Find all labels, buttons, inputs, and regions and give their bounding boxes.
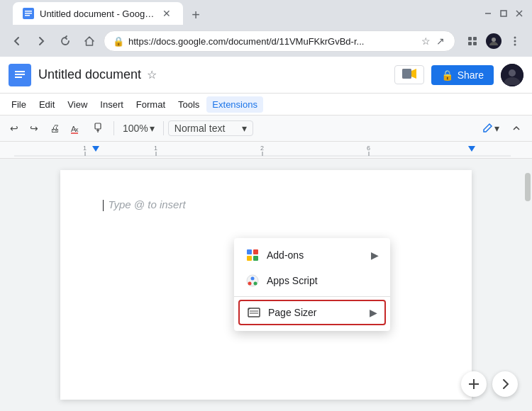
- apps-script-icon: [245, 274, 260, 288]
- svg-rect-42: [253, 256, 258, 261]
- dropdown-divider: [234, 296, 390, 297]
- format-paint-button[interactable]: [89, 120, 109, 137]
- menu-item-view[interactable]: View: [62, 96, 93, 113]
- svg-rect-39: [247, 249, 252, 254]
- toolbar-divider-1: [113, 121, 114, 135]
- browser-menu-icon[interactable]: [505, 31, 525, 51]
- svg-text:x: x: [75, 126, 79, 133]
- addons-label: Add-ons: [267, 249, 364, 261]
- menu-item-file[interactable]: File: [6, 96, 32, 113]
- addons-icon: [245, 248, 260, 262]
- reload-button[interactable]: [55, 31, 75, 51]
- window-controls: [482, 8, 525, 19]
- collapse-sidebar-button[interactable]: [492, 371, 518, 397]
- svg-point-14: [514, 40, 516, 43]
- home-button[interactable]: [79, 31, 99, 51]
- active-tab[interactable]: Untitled document - Google Doc... ✕: [13, 2, 183, 25]
- tab-close-button[interactable]: ✕: [160, 7, 173, 20]
- svg-rect-17: [15, 71, 25, 72]
- print-button[interactable]: 🖨: [45, 120, 64, 137]
- profile-icon[interactable]: [484, 31, 504, 51]
- content-area: Type @ to insert Add-ons ▶: [0, 159, 532, 411]
- back-button[interactable]: [7, 31, 27, 51]
- menu-item-format[interactable]: Format: [131, 96, 171, 113]
- collapse-button[interactable]: [506, 120, 526, 137]
- svg-point-45: [248, 282, 252, 286]
- toolbar-right: ▾: [477, 120, 526, 137]
- format-paint-icon: [94, 123, 105, 134]
- svg-rect-9: [473, 37, 477, 40]
- star-icon[interactable]: ☆: [147, 68, 157, 81]
- svg-rect-47: [248, 308, 260, 317]
- redo-button[interactable]: ↪: [26, 120, 43, 137]
- doc-placeholder: Type @ to insert: [108, 198, 185, 210]
- add-section-button[interactable]: [461, 371, 487, 397]
- svg-rect-8: [468, 37, 472, 40]
- ruler-triangle-left[interactable]: [92, 146, 99, 152]
- browser-toolbar-icons: [462, 31, 525, 51]
- bookmark-icon[interactable]: ☆: [420, 34, 432, 48]
- svg-rect-22: [402, 69, 411, 79]
- ruler-svg: 1 1 2 6: [14, 143, 511, 157]
- undo-button[interactable]: ↩: [6, 120, 23, 137]
- svg-text:1: 1: [83, 145, 87, 152]
- zoom-arrow: ▾: [150, 123, 155, 134]
- svg-text:6: 6: [367, 145, 370, 152]
- pencil-icon: [482, 123, 493, 134]
- edit-mode-button[interactable]: ▾: [477, 120, 504, 137]
- svg-rect-1: [25, 11, 32, 12]
- menu-item-edit[interactable]: Edit: [33, 96, 60, 113]
- svg-rect-3: [25, 15, 30, 16]
- url-text: https://docs.google.com/document/d/11VMu…: [128, 36, 416, 47]
- lock-icon: 🔒: [113, 36, 124, 47]
- style-selector[interactable]: Normal text ▾: [168, 120, 253, 136]
- svg-rect-40: [253, 249, 258, 254]
- zoom-selector[interactable]: 100% ▾: [118, 120, 159, 137]
- scroll-thumb[interactable]: [525, 173, 531, 201]
- share-button[interactable]: 🔒 Share: [431, 65, 494, 85]
- cursor: [103, 200, 104, 211]
- page-sizer-arrow: ▶: [370, 307, 377, 318]
- edit-arrow: ▾: [494, 123, 499, 134]
- restore-button[interactable]: [498, 8, 509, 19]
- bottom-action-bar: [461, 371, 518, 397]
- meet-button[interactable]: [394, 65, 424, 84]
- forward-button[interactable]: [31, 31, 51, 51]
- zoom-value: 100%: [123, 123, 148, 134]
- toolbar-divider-2: [163, 121, 164, 135]
- menu-item-extensions[interactable]: Extensions: [206, 96, 263, 113]
- docs-title[interactable]: Untitled document: [38, 67, 141, 82]
- svg-rect-19: [15, 77, 22, 78]
- chevron-up-icon: [511, 123, 522, 134]
- redo-icon: ↪: [30, 123, 38, 134]
- svg-point-13: [514, 37, 516, 39]
- page-sizer-menu-item[interactable]: Page Sizer ▶: [238, 300, 386, 325]
- new-tab-button[interactable]: +: [186, 5, 206, 25]
- close-button[interactable]: [514, 8, 525, 19]
- svg-point-15: [514, 44, 516, 46]
- ruler-triangle-right[interactable]: [468, 146, 475, 152]
- page-sizer-label: Page Sizer: [268, 307, 362, 318]
- addons-arrow: ▶: [371, 249, 379, 261]
- extensions-icon[interactable]: [462, 31, 482, 51]
- spellcheck-icon: Ax: [71, 123, 82, 134]
- svg-text:1: 1: [154, 145, 157, 152]
- docs-logo[interactable]: [9, 64, 31, 86]
- minimize-button[interactable]: [482, 8, 494, 19]
- menu-item-insert[interactable]: Insert: [94, 96, 129, 113]
- addons-menu-item[interactable]: Add-ons ▶: [234, 242, 390, 268]
- user-avatar[interactable]: [501, 64, 523, 86]
- svg-point-46: [254, 282, 257, 286]
- spell-check-button[interactable]: Ax: [67, 120, 87, 137]
- style-arrow: ▾: [242, 123, 247, 134]
- address-bar[interactable]: 🔒 https://docs.google.com/document/d/11V…: [104, 30, 455, 52]
- svg-marker-23: [411, 69, 416, 79]
- svg-rect-5: [501, 11, 506, 16]
- share-page-icon[interactable]: ↗: [435, 34, 446, 48]
- menu-item-tools[interactable]: Tools: [172, 96, 205, 113]
- vertical-scrollbar[interactable]: [523, 159, 532, 411]
- svg-rect-18: [15, 74, 25, 75]
- title-bar: Untitled document - Google Doc... ✕ +: [0, 0, 532, 27]
- apps-script-menu-item[interactable]: Apps Script: [234, 268, 390, 293]
- svg-text:2: 2: [260, 145, 264, 152]
